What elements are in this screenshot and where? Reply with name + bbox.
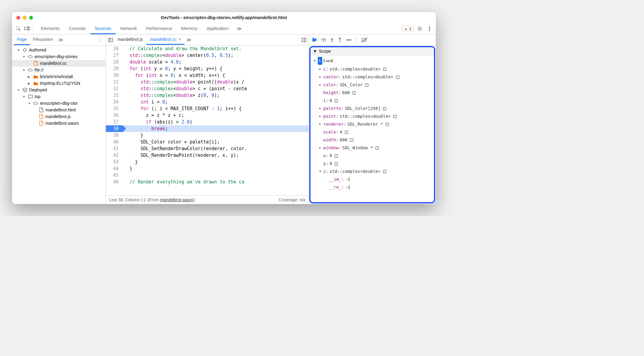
source-map-link[interactable]: mandelbrot.wasm <box>160 197 194 202</box>
tree-item[interactable]: ▶tmp/tmp.ELcTq2YGN <box>12 80 106 87</box>
toggle-debugger-icon[interactable] <box>301 37 307 43</box>
scope-variable[interactable]: __re_: -2 <box>310 183 434 191</box>
code-line[interactable]: int i = 0; <box>123 99 308 105</box>
scope-variable[interactable]: ▶color: SDL_Color <box>310 81 434 89</box>
code-line[interactable]: double scale = 4.0; <box>123 59 308 65</box>
gutter-line[interactable]: 30 <box>106 72 123 79</box>
tree-item[interactable]: ▼Deployed <box>12 87 106 93</box>
memory-icon[interactable] <box>384 120 389 128</box>
step-out-button[interactable] <box>338 38 342 42</box>
tree-item[interactable]: ▼file:// <box>12 67 106 73</box>
code-line[interactable]: } <box>123 132 308 139</box>
gutter-line[interactable]: 38 <box>106 125 123 132</box>
code-line[interactable]: break; <box>123 125 308 132</box>
code-editor[interactable]: 26 // Calculate and draw the Mandelbrot … <box>106 45 308 195</box>
code-line[interactable]: SDL_RenderDrawPoint(renderer, x, y); <box>123 152 308 159</box>
scope-variable[interactable]: ▶renderer: SDL_Renderer * <box>310 120 434 128</box>
code-line[interactable]: std::complex<double> z(0, 0); <box>123 92 308 99</box>
navigator-menu-icon[interactable]: ⋮ <box>95 35 104 44</box>
tree-item[interactable]: mandelbrot.cc <box>12 60 106 67</box>
kebab-menu-icon[interactable] <box>426 25 433 32</box>
gutter-line[interactable]: 42 <box>106 152 123 159</box>
scope-variable[interactable]: x: 0 <box>310 152 434 160</box>
code-line[interactable]: SDL_SetRenderDrawColor(renderer, color. <box>123 145 308 152</box>
code-line[interactable] <box>123 172 308 179</box>
scope-variable[interactable]: i: 0 <box>310 97 434 104</box>
gutter-line[interactable]: 41 <box>106 145 123 152</box>
tree-item[interactable]: mandelbrot.wasm <box>12 120 106 127</box>
panel-tab-memory[interactable]: Memory <box>177 23 202 34</box>
scope-header[interactable]: ▼Scope <box>310 47 434 55</box>
scope-variable[interactable]: ▶c: std::complex<double> <box>310 65 434 73</box>
memory-icon[interactable] <box>395 73 400 81</box>
gutter-line[interactable]: 31 <box>106 79 123 85</box>
scope-variable[interactable]: height: 600 <box>310 89 434 97</box>
scope-variable[interactable]: ▼z: std::complex<double> <box>310 167 434 175</box>
code-line[interactable]: SDL_Color color = palette[i]; <box>123 139 308 145</box>
navigator-tab-page[interactable]: Page <box>14 35 30 45</box>
code-line[interactable]: } <box>123 165 308 172</box>
gutter-line[interactable]: 44 <box>106 165 123 172</box>
deactivate-breakpoints-button[interactable] <box>362 38 368 42</box>
scope-variable[interactable]: scale: 4 <box>310 128 434 136</box>
scope-local[interactable]: ▼LLocal <box>310 57 434 65</box>
warnings-badge[interactable]: ▲1 <box>402 26 413 31</box>
gutter-line[interactable]: 28 <box>106 59 123 65</box>
scope-variable[interactable]: ▶point: std::complex<double> <box>310 112 434 120</box>
tree-item[interactable]: ▼Authored <box>12 47 106 53</box>
editor-overflow-icon[interactable]: ≫ <box>185 35 193 44</box>
gutter-line[interactable]: 32 <box>106 85 123 92</box>
code-line[interactable]: if (abs(z) > 2.0) <box>123 119 308 125</box>
tree-item[interactable]: ▶b/s/w/ir/x/w/install <box>12 73 106 80</box>
gutter-line[interactable]: 43 <box>106 159 123 165</box>
memory-icon[interactable] <box>382 168 387 175</box>
gutter-line[interactable]: 34 <box>106 99 123 105</box>
panel-tab-console[interactable]: Console <box>65 23 90 34</box>
scope-variable[interactable]: __im_: -2 <box>310 175 434 183</box>
memory-icon[interactable] <box>382 65 387 73</box>
code-line[interactable]: std::complex<double> center(0.5, 0.5); <box>123 52 308 59</box>
gutter-line[interactable]: 46 <box>106 179 123 185</box>
memory-icon[interactable] <box>392 113 397 120</box>
scope-variable[interactable]: ▶window: SDL_Window * <box>310 144 434 152</box>
gutter-line[interactable]: 36 <box>106 112 123 119</box>
code-line[interactable]: // Calculate and draw the Mandelbrot set… <box>123 45 308 52</box>
scope-variable[interactable]: y: 0 <box>310 160 434 167</box>
close-window-button[interactable] <box>16 16 20 20</box>
editor-tab[interactable]: mandelbrot.js <box>114 35 146 45</box>
tree-item[interactable]: ▼top <box>12 93 106 100</box>
gutter-line[interactable]: 37 <box>106 119 123 125</box>
zoom-window-button[interactable] <box>29 16 33 20</box>
gutter-line[interactable]: 40 <box>106 139 123 145</box>
memory-icon[interactable] <box>374 144 379 151</box>
code-line[interactable]: std::complex<double> point((double)x / <box>123 79 308 85</box>
code-line[interactable]: z = z * z + c; <box>123 112 308 119</box>
navigator-tab-filesystem[interactable]: Filesystem <box>30 35 56 45</box>
gutter-line[interactable]: 33 <box>106 92 123 99</box>
memory-icon[interactable] <box>333 97 338 104</box>
tree-item[interactable]: ▼emscripten-dbg-stories <box>12 53 106 60</box>
minimize-window-button[interactable] <box>23 16 27 20</box>
settings-icon[interactable] <box>416 25 423 32</box>
gutter-line[interactable]: 29 <box>106 65 123 72</box>
resume-button[interactable] <box>312 37 317 43</box>
device-toolbar-icon[interactable] <box>24 25 30 32</box>
memory-icon[interactable] <box>349 136 354 143</box>
code-line[interactable]: std::complex<double> c = (point - cente <box>123 85 308 92</box>
memory-icon[interactable] <box>382 105 387 112</box>
memory-icon[interactable] <box>364 81 369 88</box>
gutter-line[interactable]: 35 <box>106 105 123 112</box>
scope-variable[interactable]: ▶palette: SDL_Color[256] <box>310 104 434 112</box>
gutter-line[interactable]: 45 <box>106 172 123 179</box>
code-line[interactable]: for (; i < MAX_ITER_COUNT - 1; i++) { <box>123 105 308 112</box>
editor-tab[interactable]: mandelbrot.cc× <box>146 35 185 45</box>
panel-tab-network[interactable]: Network <box>116 23 141 34</box>
memory-icon[interactable] <box>333 160 338 167</box>
tree-item[interactable]: mandelbrot.html <box>12 107 106 113</box>
panels-overflow-icon[interactable]: ≫ <box>235 24 244 33</box>
step-over-button[interactable] <box>321 38 326 42</box>
gutter-line[interactable]: 39 <box>106 132 123 139</box>
toggle-navigator-icon[interactable] <box>107 37 114 43</box>
panel-tab-performance[interactable]: Performance <box>142 23 176 34</box>
code-line[interactable]: // Render everything we've drawn to the … <box>123 179 308 185</box>
